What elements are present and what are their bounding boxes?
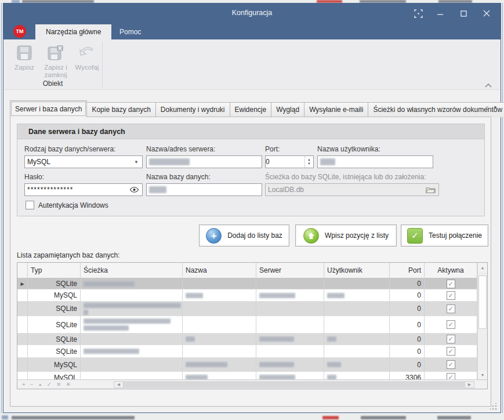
tab-scroll-left-icon[interactable]: ◂ [483, 103, 491, 111]
cell-typ[interactable]: SQLite [28, 334, 81, 345]
cell-serwer[interactable] [256, 345, 324, 357]
cell-nazwa[interactable] [183, 316, 256, 333]
row-indicator[interactable] [17, 358, 28, 371]
navigator-refresh-icon[interactable]: ✳ [66, 381, 70, 388]
windows-auth-checkbox-row[interactable]: Autentykacja Windows [26, 201, 108, 209]
cell-sciezka[interactable] [81, 289, 183, 301]
cell-serwer[interactable] [256, 334, 324, 345]
ribbon-tab-narzedzia-glowne[interactable]: Narzędzia główne [35, 24, 111, 39]
aktywna-checkbox[interactable]: ✓ [447, 347, 455, 356]
zapisz-i-zamknij-button[interactable]: Zapisz i zamknij [41, 44, 71, 79]
aktywna-checkbox[interactable]: ✓ [447, 360, 455, 369]
cell-typ[interactable]: SQLite [28, 278, 81, 289]
navigator-cancel-icon[interactable]: ✕ [56, 381, 61, 388]
dodaj-do-listy-baz-button[interactable]: + Dodaj do listy baz [199, 225, 289, 247]
password-input[interactable]: ************** [24, 183, 143, 196]
fit-window-icon[interactable] [411, 7, 425, 20]
column-header-typ[interactable]: Typ [28, 263, 81, 278]
cell-port[interactable]: 3306 [390, 372, 425, 379]
aktywna-checkbox[interactable]: ✓ [447, 320, 455, 329]
cell-uzytkownik[interactable] [324, 302, 390, 316]
scroll-up-icon[interactable]: ▲ [478, 263, 487, 272]
aktywna-checkbox[interactable]: ✓ [447, 335, 455, 343]
cell-aktywna[interactable]: ✓ [425, 334, 477, 345]
cell-uzytkownik[interactable] [324, 358, 390, 371]
grid-vertical-scrollbar[interactable]: ▲ ▼ [477, 263, 487, 379]
testuj-polaczenie-button[interactable]: ✓ Testuj połączenie [401, 225, 488, 247]
cell-sciezka[interactable] [81, 316, 183, 333]
aktywna-checkbox[interactable]: ✓ [447, 291, 455, 300]
maximize-button[interactable] [456, 7, 470, 20]
spinner-arrows-icon[interactable]: ▲▼ [304, 156, 313, 168]
cell-nazwa[interactable] [183, 358, 256, 371]
cell-port[interactable]: 0 [390, 278, 425, 289]
cell-serwer[interactable] [256, 302, 324, 316]
cell-port[interactable]: 0 [390, 302, 425, 316]
cell-nazwa[interactable] [183, 345, 256, 357]
ribbon-collapse-button[interactable] [484, 80, 494, 87]
dbname-input[interactable] [146, 183, 262, 196]
cell-sciezka[interactable] [81, 345, 183, 357]
grid-row-7[interactable]: MySQL3306✓ [17, 372, 487, 379]
cell-uzytkownik[interactable] [324, 334, 390, 345]
cell-uzytkownik[interactable] [324, 316, 390, 333]
cell-aktywna[interactable]: ✓ [425, 316, 477, 333]
hscroll-right-icon[interactable]: ▶ [465, 381, 474, 388]
minimize-button[interactable] [433, 7, 447, 20]
cell-uzytkownik[interactable] [324, 278, 390, 289]
aktywna-checkbox[interactable]: ✓ [447, 280, 455, 288]
resize-grip[interactable] [490, 403, 497, 410]
cell-serwer[interactable] [256, 316, 324, 333]
port-spinner[interactable]: 0 ▲▼ [265, 155, 314, 168]
cell-sciezka[interactable] [81, 334, 183, 345]
cell-typ[interactable]: MySQL [28, 289, 81, 301]
cell-serwer[interactable] [256, 278, 324, 289]
row-indicator[interactable] [17, 345, 28, 357]
row-indicator[interactable] [17, 289, 28, 301]
navigator-append-icon[interactable]: + [22, 381, 26, 388]
grid-row-6[interactable]: MySQL0✓ [17, 358, 487, 372]
show-password-eye-icon[interactable] [129, 186, 139, 193]
navigator-edit-icon[interactable]: ▲ [38, 381, 42, 388]
cell-sciezka[interactable] [81, 278, 183, 289]
ribbon-tab-pomoc[interactable]: Pomoc [109, 24, 151, 39]
titlebar[interactable]: Konfiguracja [3, 3, 501, 23]
cell-sciezka[interactable] [81, 372, 183, 379]
page-tab-wysy-anie-e-maili[interactable]: Wysyłanie e-maili [304, 102, 368, 117]
column-header-cie-ka[interactable]: Ścieżka [81, 263, 183, 278]
cell-aktywna[interactable]: ✓ [425, 302, 477, 316]
cell-aktywna[interactable]: ✓ [425, 358, 477, 371]
db-type-combobox[interactable]: MySQL ▼ [24, 155, 143, 168]
cell-serwer[interactable] [256, 358, 324, 371]
column-header-u-ytkownik[interactable]: Użytkownik [324, 263, 390, 278]
cell-sciezka[interactable] [81, 358, 183, 371]
cell-nazwa[interactable] [183, 372, 256, 379]
grid-row-0[interactable]: ▶SQLite0✓ [17, 278, 487, 289]
cell-port[interactable]: 0 [390, 358, 425, 371]
windows-auth-checkbox[interactable] [26, 201, 34, 209]
cell-serwer[interactable] [256, 372, 324, 379]
scroll-down-icon[interactable]: ▼ [478, 370, 487, 379]
row-indicator[interactable] [17, 334, 28, 345]
cell-nazwa[interactable] [183, 302, 256, 316]
cell-uzytkownik[interactable] [324, 289, 390, 301]
chevron-down-icon[interactable]: ▼ [134, 160, 139, 165]
cell-port[interactable]: 0 [390, 289, 425, 301]
grid-row-5[interactable]: SQLite0✓ [17, 345, 487, 358]
cell-typ[interactable]: SQLite [28, 302, 81, 316]
cell-typ[interactable]: MySQL [28, 372, 81, 379]
column-header-nazwa[interactable]: Nazwa [183, 263, 256, 278]
cell-aktywna[interactable]: ✓ [425, 289, 477, 301]
page-tab-dokumenty-i-wydruki[interactable]: Dokumenty i wydruki [155, 102, 230, 117]
vertical-scroll-thumb[interactable] [478, 276, 487, 329]
row-indicator[interactable] [17, 302, 28, 316]
column-header-serwer[interactable]: Serwer [256, 263, 324, 278]
server-input[interactable] [146, 155, 262, 168]
navigator-post-icon[interactable]: ✓ [47, 381, 52, 388]
aktywna-checkbox[interactable]: ✓ [447, 373, 455, 379]
cell-uzytkownik[interactable] [324, 345, 390, 357]
wycofaj-button[interactable]: Wycofaj [72, 44, 102, 71]
cell-nazwa[interactable] [183, 289, 256, 301]
cell-port[interactable]: 0 [390, 334, 425, 345]
cell-typ[interactable]: SQLite [28, 316, 81, 333]
